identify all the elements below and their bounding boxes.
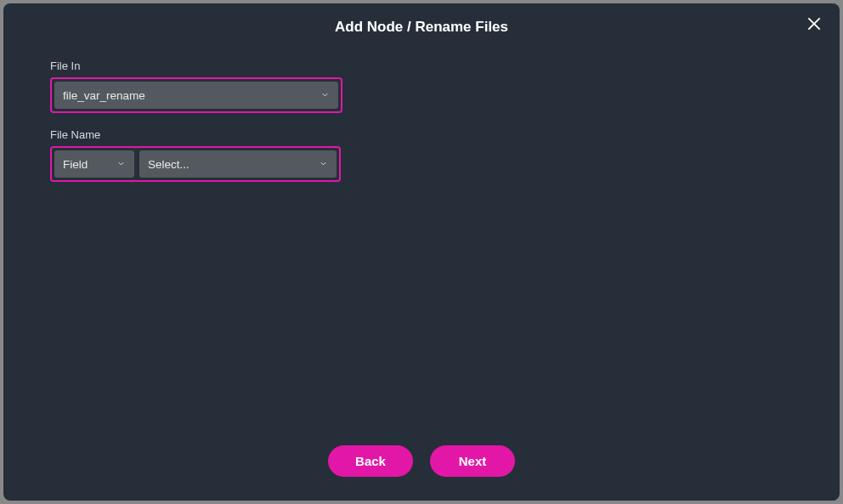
modal-header: Add Node / Rename Files bbox=[3, 3, 840, 44]
close-icon bbox=[806, 15, 823, 32]
back-button[interactable]: Back bbox=[328, 445, 413, 477]
file-name-highlight: Field Select... bbox=[50, 146, 341, 182]
file-in-select[interactable]: file_var_rename bbox=[54, 82, 338, 109]
next-button[interactable]: Next bbox=[430, 445, 515, 477]
chevron-down-icon bbox=[320, 89, 330, 102]
modal-title: Add Node / Rename Files bbox=[335, 19, 508, 36]
file-in-highlight: file_var_rename bbox=[50, 77, 342, 113]
file-in-group: File In file_var_rename bbox=[50, 59, 793, 113]
chevron-down-icon bbox=[116, 158, 126, 171]
file-name-type-value: Field bbox=[63, 158, 88, 171]
chevron-down-icon bbox=[319, 158, 328, 171]
file-name-group: File Name Field Select... bbox=[50, 128, 793, 182]
modal-footer: Back Next bbox=[3, 445, 840, 501]
file-name-field-value: Select... bbox=[148, 158, 190, 171]
file-name-label: File Name bbox=[50, 128, 793, 141]
file-name-field-select[interactable]: Select... bbox=[139, 150, 337, 178]
modal-body: File In file_var_rename File Name Field bbox=[3, 44, 840, 445]
file-name-type-select[interactable]: Field bbox=[54, 150, 134, 178]
add-node-modal: Add Node / Rename Files File In file_var… bbox=[3, 3, 840, 501]
close-button[interactable] bbox=[804, 14, 824, 34]
file-in-label: File In bbox=[50, 59, 793, 72]
file-in-value: file_var_rename bbox=[63, 89, 145, 102]
